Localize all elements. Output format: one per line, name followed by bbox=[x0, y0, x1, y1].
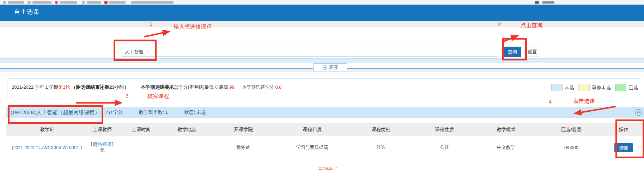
col-nature: 课程性质 bbox=[416, 123, 473, 136]
class-affiliation: 学习与素质提高 bbox=[279, 136, 346, 159]
annotation-box-course bbox=[8, 105, 103, 124]
legend-item-unselected: 未选 bbox=[551, 84, 574, 91]
page-title: 自主选课 bbox=[14, 8, 40, 16]
arrow-step1 bbox=[144, 31, 169, 37]
class-capacity: 0/5000 bbox=[540, 136, 603, 159]
expand-toggle-label: 展开 bbox=[329, 64, 338, 71]
bookmark-item[interactable] bbox=[32, 1, 51, 4]
annotation-step3-number: 3 bbox=[126, 93, 128, 99]
countdown-text: （距选课结束还剩23小时） bbox=[71, 84, 129, 90]
selected-credits-value: 0.0 bbox=[275, 84, 282, 90]
class-college: 教务处 bbox=[208, 136, 279, 159]
col-time: 上课时间 bbox=[116, 123, 166, 136]
collapse-panel-icon[interactable] bbox=[635, 109, 642, 116]
course-credits-unit: 学分 bbox=[113, 109, 123, 116]
min-credits: 0 bbox=[215, 84, 218, 90]
annotation-box-select bbox=[615, 119, 644, 158]
course-status: 状态: 未选 bbox=[184, 109, 206, 116]
legend-item-retake: 重修未选 bbox=[578, 84, 611, 91]
class-time: -- bbox=[116, 136, 166, 159]
class-table: 教学班 上课教师 上课时间 教学地点 开课学院 课程归属 课程类别 课程性质 教… bbox=[6, 123, 644, 159]
teacher-tag[interactable]: 【网络授课】 bbox=[89, 142, 116, 147]
end-of-list-hint: 已到最后 bbox=[318, 167, 338, 170]
requirement-label: 本学期选课要求 bbox=[141, 84, 174, 90]
teacher-name: 无 bbox=[89, 147, 116, 153]
bookmark-folder-icon[interactable] bbox=[28, 1, 31, 4]
semester-info-panel: 2021-2022 学年 1 学期第1轮 （距选课结束还剩23小时） 本学期选课… bbox=[7, 78, 641, 98]
browser-toolbar-icon[interactable] bbox=[535, 1, 539, 4]
col-teacher: 上课教师 bbox=[88, 123, 116, 136]
class-location: -- bbox=[166, 136, 208, 159]
term-text: 2021-2022 学年 1 学期 bbox=[12, 84, 58, 90]
course-selection-page: 自主选课 查询 重置 展开 2021-2022 学年 1 学期第1轮 （距选课结… bbox=[0, 0, 644, 170]
semester-info-text: 2021-2022 学年 1 学期第1轮 （距选课结束还剩23小时） 本学期选课… bbox=[12, 84, 282, 90]
class-category: 任选 bbox=[346, 136, 416, 159]
annotation-step4-number: 4 bbox=[549, 99, 552, 105]
bookmark-folder-icon[interactable] bbox=[82, 1, 85, 4]
bookmark-folder-icon[interactable] bbox=[3, 1, 6, 4]
table-header-row: 教学班 上课教师 上课时间 教学地点 开课学院 课程归属 课程类别 课程性质 教… bbox=[6, 123, 644, 136]
table-bottom-border bbox=[6, 160, 644, 160]
browser-toolbar-item[interactable] bbox=[542, 1, 554, 4]
col-category: 课程类别 bbox=[346, 123, 416, 136]
bookmark-favicon-dot[interactable] bbox=[55, 1, 58, 4]
annotation-step4-label: 点击选课 bbox=[573, 98, 595, 105]
bookmark-favicon-red[interactable] bbox=[104, 1, 108, 4]
annotation-box-query bbox=[502, 38, 527, 60]
col-mode: 教学模式 bbox=[473, 123, 540, 136]
max-credits: 99 bbox=[229, 84, 234, 90]
legend-swatch-unselected bbox=[551, 84, 563, 91]
bookmark-item[interactable] bbox=[109, 1, 126, 4]
class-code-link[interactable]: (2021-2022-1)-JWCX004-WL0001-1 bbox=[12, 145, 83, 150]
col-capacity: 已选/容量 bbox=[540, 123, 603, 136]
legend-swatch-selected bbox=[615, 84, 626, 91]
class-count: 教学班个数: 1 bbox=[139, 109, 168, 116]
class-mode: 中文教学 bbox=[473, 136, 540, 159]
annotation-step3-label: 核实课程 bbox=[147, 93, 169, 100]
legend-swatch-retake bbox=[578, 84, 590, 91]
course-search-input[interactable] bbox=[122, 47, 499, 57]
status-legend: 未选 重修未选 已选 bbox=[551, 84, 638, 91]
expand-toggle[interactable]: 展开 bbox=[313, 63, 347, 71]
bookmark-item[interactable] bbox=[87, 1, 101, 4]
class-nature: 公任 bbox=[416, 136, 473, 159]
annotation-step1-label: 输入想选修课程 bbox=[174, 23, 212, 31]
app-header: 自主选课 bbox=[0, 5, 644, 21]
chevron-down-circle-icon bbox=[322, 65, 327, 70]
round-text: 第1轮 bbox=[58, 84, 70, 90]
legend-item-selected: 已选 bbox=[615, 84, 638, 91]
browser-bookmarks-bar bbox=[0, 0, 644, 5]
bookmark-item[interactable] bbox=[60, 1, 77, 4]
col-affiliation: 课程归属 bbox=[279, 123, 346, 136]
form-top-border bbox=[0, 45, 644, 45]
annotation-box-input bbox=[114, 40, 157, 61]
selected-credits-label: 本学期已选学分 bbox=[242, 84, 274, 90]
max-label: 最高 bbox=[219, 84, 228, 90]
bookmark-item[interactable] bbox=[131, 1, 174, 4]
annotation-step2-number: 2 bbox=[498, 21, 501, 27]
col-location: 教学地点 bbox=[166, 123, 208, 136]
requirement-rest: 总学分(不包括)最低 bbox=[174, 84, 214, 90]
bookmark-item[interactable] bbox=[8, 1, 24, 4]
col-college: 开课学院 bbox=[208, 123, 279, 136]
table-row: (2021-2022-1)-JWCX004-WL0001-1 【网络授课】 无 … bbox=[6, 136, 644, 159]
subheader-strip bbox=[0, 21, 644, 27]
annotation-step1-number: 1 bbox=[150, 21, 152, 27]
col-class: 教学班 bbox=[6, 123, 88, 136]
course-credits: 2.0 bbox=[105, 110, 112, 116]
annotation-step2-label: 点击查询 bbox=[521, 22, 542, 29]
form-bottom-strip bbox=[0, 58, 644, 63]
